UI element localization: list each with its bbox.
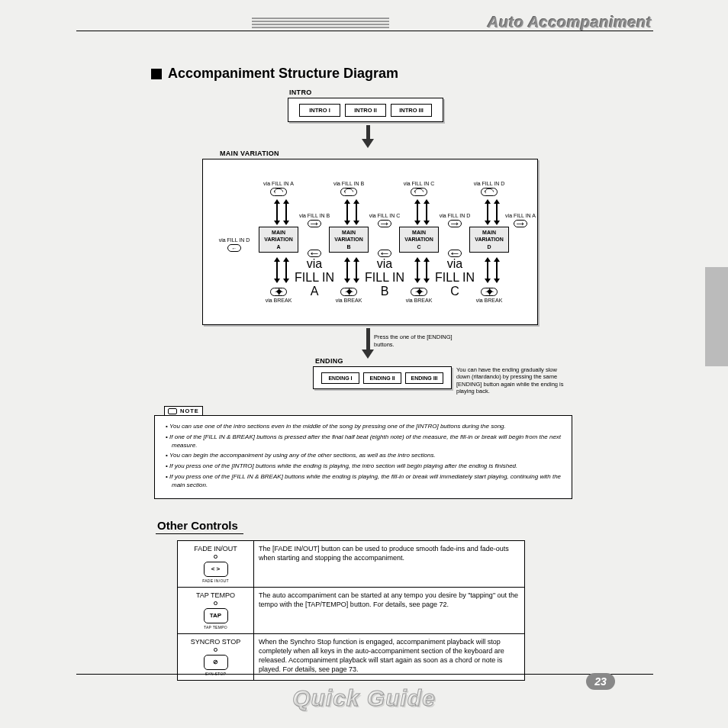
control-desc: The auto accompaniment can be started at… [254,587,525,633]
control-desc: The [FADE IN/OUT] button can be used to … [254,541,525,588]
header-rule [76,31,653,31]
fill-top-b: via FILL IN B [316,181,382,196]
arrows-vert-icon [414,257,430,283]
ending-press-note: Press the one of the [ENDING] buttons. [374,333,465,349]
intro-button-3: INTRO III [391,104,432,117]
syncstop-button-icon: ⊘ [204,655,228,670]
note-item: If one of the [FILL IN & BREAK] buttons … [172,433,562,450]
ending-button-3: ENDING III [405,372,443,384]
fill-top-d: via FILL IN D [456,181,522,196]
side-tab [705,267,728,366]
led-icon [214,601,217,605]
ending-label: ENDING [315,357,343,365]
other-controls-title: Other Controls [156,519,243,534]
table-row: TAP TEMPO TAP TAP TEMPO The auto accompa… [178,587,525,633]
arrows-vert-icon [344,257,359,283]
break-b: ✦via BREAK [316,288,382,303]
arrows-vert-icon [414,199,430,225]
arrows-vert-icon [274,199,289,225]
variation-box-b: MAINVARIATIONB [329,227,369,253]
right-icon: → [308,220,321,227]
variation-box-c: MAINVARIATIONC [399,227,439,253]
h-arrow-top-ab: via FILL IN B→ [295,213,334,227]
arrows-vert-icon [485,257,500,283]
note-item: If you press one of the [FILL IN & BREAK… [172,473,562,490]
left-icon: ← [378,250,391,257]
intro-panel: INTRO I INTRO II INTRO III [288,98,443,122]
intro-button-2: INTRO II [345,104,386,117]
arrows-vert-icon [485,199,500,225]
ending-aside: You can have the ending gradually slow d… [456,366,571,395]
loop-icon [481,188,498,196]
arrow-down-icon [362,328,374,359]
note-item: If you press one of the [INTRO] buttons … [172,462,562,471]
intro-label: INTRO [289,89,312,96]
right-icon: → [514,220,527,227]
left-icon: ← [448,250,462,257]
right-icon: → [448,220,462,227]
ending-panel: ENDING I ENDING II ENDING III [313,366,452,389]
h-arrow-top-d: via FILL IN A→ [505,213,536,227]
other-controls-table: FADE IN/OUT < > FADE IN/OUT The [FADE IN… [177,540,525,681]
break-a: ✦via BREAK [246,288,311,303]
ending-button-2: ENDING II [363,372,401,384]
note-tag: NOTE [164,406,203,416]
led-icon [214,555,217,559]
h-arrow-top-cd: via FILL IN D→ [435,213,475,227]
loop-icon [340,188,357,196]
loop-icon [270,188,287,196]
break-c: ✦via BREAK [386,288,452,303]
left-icon: ← [227,244,241,252]
fade-button-icon: < > [204,562,228,577]
main-variation-label: MAIN VARIATION [220,150,279,157]
control-tap: TAP TEMPO TAP TAP TEMPO [178,587,254,633]
arrows-vert-icon [344,199,359,225]
footer-title: Quick Guide [0,685,728,711]
left-icon: ← [308,250,321,257]
break-icon: ✦ [270,288,287,296]
table-row: FADE IN/OUT < > FADE IN/OUT The [FADE IN… [178,541,525,588]
loop-icon [411,188,427,196]
note-list: You can use one of the intro sections ev… [155,416,572,498]
right-icon: → [378,220,391,227]
led-icon [214,648,217,652]
fill-top-c: via FILL IN C [386,181,452,196]
arrows-vert-icon [274,257,289,283]
control-fade: FADE IN/OUT < > FADE IN/OUT [178,541,254,588]
footer-rule [76,674,653,675]
note-box: NOTE You can use one of the intro sectio… [154,415,572,499]
side-left-d: via FILL IN D← [215,237,253,252]
fill-top-a: via FILL IN A [246,181,311,196]
break-d: ✦via BREAK [456,288,522,303]
section-title: Accompaniment Structure Diagram [151,66,398,82]
header-title: Auto Accompaniment [488,14,652,31]
break-icon: ✦ [481,288,498,296]
intro-button-1: INTRO I [299,104,340,117]
main-variation-panel: via FILL IN A via FILL IN B via FILL IN … [202,159,538,325]
note-item: You can begin the accompaniment by using… [172,452,562,460]
header-decor [252,18,389,28]
note-item: You can use one of the intro sections ev… [172,423,562,431]
keyboard-icon [168,408,177,414]
break-icon: ✦ [340,288,357,296]
variation-box-a: MAINVARIATIONA [259,227,298,253]
ending-button-1: ENDING I [321,372,359,384]
variation-box-d: MAINVARIATIOND [469,227,509,253]
tap-button-icon: TAP [204,608,228,623]
h-arrow-top-bc: via FILL IN C→ [365,213,404,227]
break-icon: ✦ [411,288,427,296]
arrow-down-icon [362,125,374,148]
square-bullet-icon [151,69,162,79]
section-title-text: Accompaniment Structure Diagram [168,66,398,82]
